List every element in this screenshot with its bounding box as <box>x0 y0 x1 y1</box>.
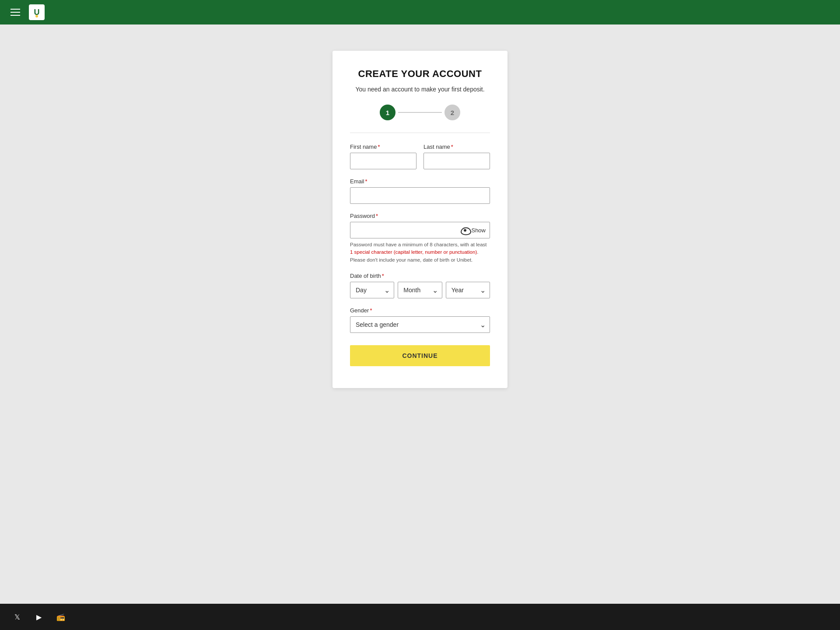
last-name-label: Last name* <box>424 144 490 150</box>
email-group: Email* <box>350 178 490 204</box>
month-select[interactable]: Month <box>398 282 442 298</box>
step-2-label: 2 <box>451 109 454 116</box>
gender-label: Gender* <box>350 307 490 314</box>
youtube-icon[interactable]: ▶ <box>32 612 46 622</box>
month-select-wrapper: Month ⌄ <box>398 282 442 298</box>
year-select[interactable]: Year <box>446 282 490 298</box>
divider <box>350 133 490 133</box>
name-row: First name* Last name* <box>350 144 490 169</box>
password-label: Password* <box>350 213 490 219</box>
continue-button[interactable]: CONTINUE <box>350 345 490 366</box>
step-line <box>398 112 442 113</box>
logo-text: U <box>34 8 40 17</box>
dob-required: * <box>382 273 384 279</box>
dob-group: Date of birth* Day ⌄ Month ⌄ Y <box>350 273 490 298</box>
password-wrapper: Show <box>350 222 490 238</box>
first-name-required: * <box>378 144 380 150</box>
site-logo[interactable]: U <box>29 4 45 20</box>
gender-group: Gender* Select a gender Male Female Othe… <box>350 307 490 333</box>
dob-label: Date of birth* <box>350 273 490 279</box>
password-show-button[interactable]: Show <box>461 227 486 234</box>
gender-select[interactable]: Select a gender Male Female Other <box>350 316 490 333</box>
step-2-circle: 2 <box>444 105 460 120</box>
year-select-wrapper: Year ⌄ <box>446 282 490 298</box>
password-hint: Password must have a minimum of 8 charac… <box>350 241 490 264</box>
day-select-wrapper: Day ⌄ <box>350 282 394 298</box>
gender-required: * <box>370 307 372 314</box>
password-group: Password* Show Password must have a mini… <box>350 213 490 264</box>
day-select[interactable]: Day <box>350 282 394 298</box>
podcast-icon[interactable]: 📻 <box>54 612 67 622</box>
twitter-x-icon[interactable]: 𝕏 <box>10 612 24 622</box>
first-name-label: First name* <box>350 144 416 150</box>
email-label: Email* <box>350 178 490 185</box>
bottom-bar: 𝕏 ▶ 📻 <box>0 604 840 630</box>
last-name-input[interactable] <box>424 153 490 169</box>
main-content: CREATE YOUR ACCOUNT You need an account … <box>0 24 840 604</box>
first-name-input[interactable] <box>350 153 416 169</box>
first-name-group: First name* <box>350 144 416 169</box>
eye-icon <box>461 227 469 233</box>
last-name-group: Last name* <box>424 144 490 169</box>
hamburger-menu[interactable] <box>10 9 20 16</box>
step-1-label: 1 <box>386 109 389 116</box>
last-name-required: * <box>451 144 453 150</box>
password-hint-highlight: 1 special character (capital letter, num… <box>350 249 477 255</box>
form-subtitle: You need an account to make your first d… <box>350 85 490 94</box>
email-required: * <box>365 178 368 185</box>
registration-card: CREATE YOUR ACCOUNT You need an account … <box>332 51 508 388</box>
top-navigation: U <box>0 0 840 24</box>
gender-select-wrapper: Select a gender Male Female Other ⌄ <box>350 316 490 333</box>
step-indicator: 1 2 <box>350 105 490 120</box>
form-title: CREATE YOUR ACCOUNT <box>350 68 490 80</box>
dob-row: Day ⌄ Month ⌄ Year ⌄ <box>350 282 490 298</box>
show-label: Show <box>471 227 486 234</box>
email-input[interactable] <box>350 187 490 204</box>
password-required: * <box>376 213 378 219</box>
step-1-circle: 1 <box>380 105 396 120</box>
